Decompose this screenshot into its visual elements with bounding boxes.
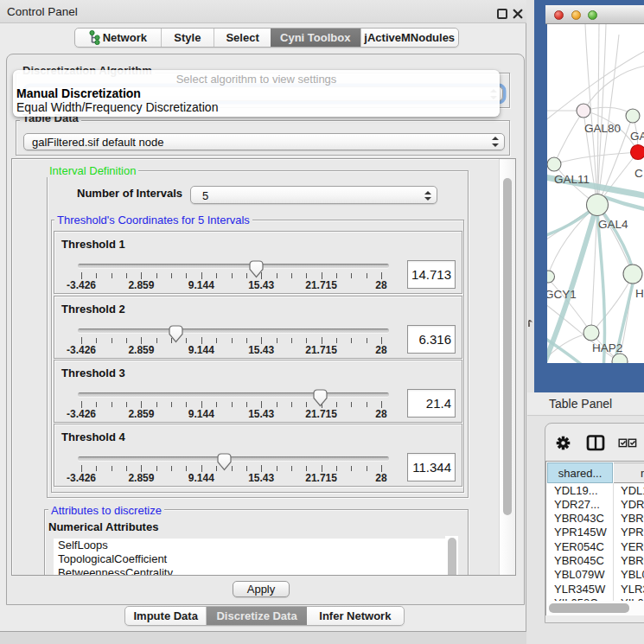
- svg-text:H: H: [635, 287, 644, 300]
- svg-text:GAL4: GAL4: [598, 218, 628, 231]
- svg-text:GAL11: GAL11: [554, 173, 590, 186]
- svg-text:C: C: [634, 167, 643, 180]
- svg-text:GA: GA: [630, 130, 644, 143]
- svg-text:GAL80: GAL80: [584, 122, 621, 135]
- svg-text:HAP2: HAP2: [592, 341, 622, 354]
- svg-text:GCY1: GCY1: [547, 288, 577, 301]
